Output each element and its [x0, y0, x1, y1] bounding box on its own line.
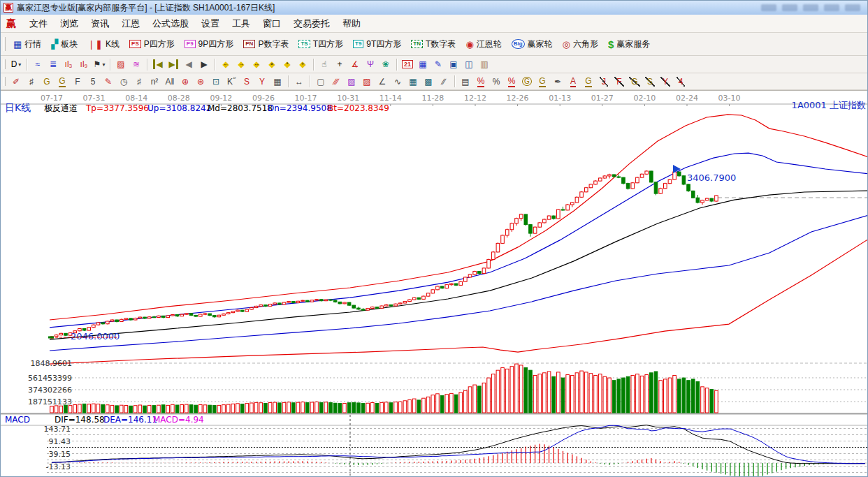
last-page-btn[interactable]: ▶	[166, 57, 181, 71]
bars-scale-tool[interactable]: ♯	[131, 75, 147, 89]
fan-box-purple-tool[interactable]: ▨	[344, 75, 359, 89]
n-square-tool[interactable]: n²	[147, 75, 162, 89]
si-angle-tool[interactable]: 4	[673, 75, 688, 89]
window-controls[interactable]	[761, 4, 860, 11]
j-angle-tool[interactable]: J	[596, 75, 612, 89]
menu-item-file[interactable]: 文件	[23, 15, 54, 32]
parallel-lines-tool[interactable]: ∕∕	[436, 75, 451, 89]
t9-square-button[interactable]: T99T四方形	[348, 35, 406, 53]
fan-lines-tool[interactable]: ∕∕∕	[328, 75, 344, 89]
percent-line-tool[interactable]: %	[473, 75, 489, 89]
gold-angle-tool[interactable]: G	[627, 75, 642, 89]
wave-a-tool[interactable]: A	[565, 75, 581, 89]
spiral-btn[interactable]: ❀	[378, 57, 393, 71]
grid-star-tool[interactable]: ⊡	[208, 75, 224, 89]
grid-scale-tool[interactable]: ♯	[24, 75, 39, 89]
t-square-button[interactable]: TST四方形	[294, 35, 348, 53]
mirror-tool[interactable]: A‖	[162, 75, 178, 89]
crosshair-btn[interactable]: +	[332, 57, 347, 71]
menu-item-settings[interactable]: 设置	[195, 15, 226, 32]
percent-tool[interactable]: %	[489, 75, 504, 89]
matrix-tool[interactable]: ▦	[405, 75, 421, 89]
level-bars-tool[interactable]: ▤	[458, 75, 473, 89]
winner-service-button[interactable]: $赢家服务	[603, 35, 655, 53]
matrix-arrow-tool[interactable]: ▩	[421, 75, 436, 89]
first-page-btn[interactable]: ◀	[150, 57, 166, 71]
gold-grid2-tool[interactable]: G	[55, 75, 70, 89]
gann-diamond-star-btn[interactable]: ◆*	[280, 57, 295, 71]
hand-tool-btn[interactable]: ☝	[317, 57, 332, 71]
percent-levels-tool[interactable]: %	[504, 75, 519, 89]
export-pc-btn[interactable]: ▥	[477, 57, 492, 71]
menu-item-formula-stock-picker[interactable]: 公式选股	[146, 15, 195, 32]
kline-button[interactable]: ❘❚K线	[82, 35, 124, 53]
ying-angle-tool[interactable]: Y	[658, 75, 673, 89]
notepad-btn[interactable]: ✎	[431, 57, 446, 71]
menu-item-news[interactable]: 资讯	[85, 15, 115, 32]
p-number-table-button[interactable]: PNP数字表	[238, 35, 294, 53]
winner-wheel-button[interactable]: Big赢家轮	[507, 35, 558, 53]
window-control-icon[interactable]	[824, 4, 839, 11]
pattern-box-btn[interactable]: ▨	[113, 57, 129, 71]
sectors-button[interactable]: ▞板块	[46, 35, 82, 53]
circle-star-tool[interactable]: ⊛	[193, 75, 208, 89]
p9-square-button[interactable]: P99P四方形	[180, 35, 238, 53]
red-pen-tool[interactable]: ✎	[101, 75, 116, 89]
calendar-btn[interactable]: 21	[400, 57, 415, 71]
gann-diamond-hmove-btn[interactable]: ◆↔	[249, 57, 264, 71]
width-measure-tool[interactable]: ↔	[291, 75, 307, 89]
chart-canvas[interactable]: 07-1707-3108-1408-2809-1209-2610-1710-31…	[1, 91, 868, 477]
calculator-btn[interactable]: ▦	[415, 57, 431, 71]
menu-item-trade-order[interactable]: 交易委托	[287, 15, 336, 32]
flag-dropdown[interactable]: ⚑▾	[92, 57, 107, 71]
gann-diamond-left-btn[interactable]: ◆←	[218, 57, 233, 71]
toolbar-grip[interactable]	[3, 77, 6, 87]
spiral5-tool[interactable]: 5	[85, 75, 101, 89]
gann-diamond-right-btn[interactable]: ◆→	[233, 57, 249, 71]
hexagon-button[interactable]: ◎六角形	[558, 35, 603, 53]
ying-tool[interactable]: Y	[254, 75, 270, 89]
menu-item-window[interactable]: 窗口	[256, 15, 287, 32]
angle-tool-btn[interactable]: ∡	[347, 57, 363, 71]
gann-gong-btn[interactable]: Ψ	[363, 57, 378, 71]
color-histogram-btn[interactable]: ≋	[129, 57, 144, 71]
window-control-icon[interactable]	[782, 4, 797, 11]
window-control-icon[interactable]	[845, 4, 860, 11]
menu-item-browse[interactable]: 浏览	[54, 15, 85, 32]
prev-btn[interactable]: ◀	[181, 57, 196, 71]
menu-item-help[interactable]: 帮助	[336, 15, 367, 32]
zigzag-tool[interactable]: ∿	[390, 75, 405, 89]
rect-select-tool[interactable]: ▢	[313, 75, 328, 89]
save-web-btn[interactable]: ◫	[461, 57, 477, 71]
save-btn[interactable]: ▣	[446, 57, 461, 71]
fibonacci-scale-tool[interactable]: F	[70, 75, 85, 89]
time-cycle-tool[interactable]: ◷	[116, 75, 131, 89]
gann-diamond-cross-btn[interactable]: ◆+	[295, 57, 310, 71]
compass-tool[interactable]: ✐	[8, 75, 24, 89]
gold-underline-tool[interactable]: G	[581, 75, 596, 89]
k-line-mark-tool[interactable]: K˝	[224, 75, 239, 89]
gold-line-tool[interactable]: G	[535, 75, 550, 89]
line-chart-btn[interactable]: ≈	[30, 57, 45, 71]
quote-list-btn[interactable]: ≣	[45, 57, 61, 71]
toolbar-grip[interactable]	[3, 37, 6, 50]
rays-tool[interactable]: ∠	[375, 75, 390, 89]
period-day-dropdown[interactable]: D▾	[8, 57, 24, 71]
mini-bars-9-btn[interactable]: ıl₉	[76, 57, 92, 71]
shen-tool[interactable]: S	[239, 75, 254, 89]
gold-grid-tool[interactable]: G	[39, 75, 55, 89]
mini-bars-3-btn[interactable]: ıl₃	[61, 57, 76, 71]
menu-item-tools[interactable]: 工具	[226, 15, 256, 32]
gann-wheel-button[interactable]: ◉江恩轮	[461, 35, 506, 53]
toolbar-grip[interactable]	[3, 59, 6, 69]
menu-item-gann[interactable]: 江恩	[115, 15, 146, 32]
number-grid-tool[interactable]: ▦	[270, 75, 285, 89]
gann-diamond-x-btn[interactable]: ◆×	[264, 57, 280, 71]
shen-angle-tool[interactable]: S	[642, 75, 658, 89]
p-square-button[interactable]: PSP四方形	[124, 35, 180, 53]
next-btn[interactable]: ▶	[196, 57, 212, 71]
ink-tool[interactable]: ✒	[550, 75, 565, 89]
window-control-icon[interactable]	[761, 4, 776, 11]
t-number-table-button[interactable]: TNT数字表	[406, 35, 461, 53]
window-control-icon[interactable]	[803, 4, 818, 11]
